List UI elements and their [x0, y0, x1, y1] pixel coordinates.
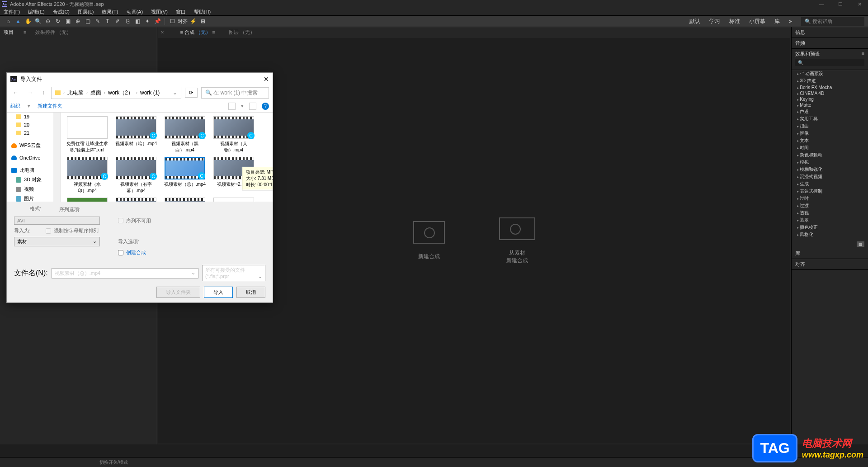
preset-item[interactable]: 遮罩 — [795, 217, 864, 224]
nav-forward-button[interactable]: → — [25, 89, 36, 97]
roto-tool[interactable]: ✦ — [143, 17, 152, 26]
pen-tool[interactable]: ✎ — [93, 17, 102, 26]
preset-item[interactable]: Matte — [795, 102, 864, 108]
force-alpha-checkbox[interactable]: 强制按字母顺序排列 — [46, 227, 99, 234]
sidebar-wps-cloud[interactable]: WPS云盘 — [7, 141, 61, 150]
workspace-library[interactable]: 库 — [774, 18, 780, 25]
preset-item[interactable]: 颜色校正 — [795, 224, 864, 231]
close-button[interactable]: ✕ — [853, 1, 866, 7]
selection-tool[interactable]: ▲ — [14, 17, 23, 26]
snap-toggle[interactable]: ☐ — [168, 17, 177, 26]
preset-item[interactable]: 抠像 — [795, 130, 864, 137]
toggle-switches-label[interactable]: 切换开关/模式 — [0, 458, 227, 467]
file-item[interactable]: 免费住宿 让毕业生求职"轻装上阵".xml — [65, 116, 110, 153]
menu-effect[interactable]: 效果(T) — [102, 9, 118, 15]
workspace-standard[interactable]: 标准 — [729, 18, 740, 25]
effects-controls-tab[interactable]: 效果控件 （无） — [35, 29, 71, 36]
preset-item[interactable]: 声道 — [795, 108, 864, 115]
preset-item[interactable]: 实用工具 — [795, 115, 864, 123]
puppet-tool[interactable]: 📌 — [153, 17, 162, 26]
sidebar-folder-21[interactable]: 21 — [7, 129, 61, 137]
workspace-more[interactable]: » — [789, 18, 792, 24]
preset-item[interactable]: CINEMA 4D — [795, 90, 864, 96]
effects-presets-header[interactable]: 效果和预设 ≡ 🔍 — [792, 49, 868, 70]
hand-tool[interactable]: ✋ — [24, 17, 33, 26]
workspace-learn[interactable]: 学习 — [709, 18, 720, 25]
sidebar-this-pc[interactable]: 此电脑 — [7, 165, 61, 175]
maximize-button[interactable]: ☐ — [834, 1, 847, 7]
anchor-tool[interactable]: ⊕ — [73, 17, 82, 26]
preset-footer-icon[interactable]: ▦ — [857, 241, 864, 247]
workspace-default[interactable]: 默认 — [689, 18, 700, 25]
import-folder-button[interactable]: 导入文件夹 — [156, 287, 200, 298]
clone-tool[interactable]: ⎘ — [123, 17, 132, 26]
layer-tab[interactable]: 图层 （无） — [229, 29, 255, 36]
file-item-selected[interactable]: C视频素材（总）.mp4 — [162, 157, 208, 194]
file-item[interactable]: C视频素材（水印）.mp4 — [65, 157, 110, 194]
refresh-button[interactable]: ⟳ — [185, 88, 198, 98]
brush-tool[interactable]: ✐ — [113, 17, 122, 26]
preset-search-input[interactable]: 🔍 — [795, 59, 864, 66]
preset-item[interactable]: 杂色和颗粒 — [795, 151, 864, 159]
file-item[interactable]: C视频素材（黑白）.mp4 — [162, 116, 208, 153]
preset-item[interactable]: 透视 — [795, 209, 864, 217]
orbit-tool[interactable]: ⊙ — [43, 17, 52, 26]
sidebar-scrollbar[interactable] — [53, 113, 61, 202]
snap-icon[interactable]: ⚡ — [189, 17, 198, 26]
sidebar-folder-19[interactable]: 19 — [7, 113, 61, 121]
sidebar-folder-20[interactable]: 20 — [7, 121, 61, 129]
filename-input[interactable]: 视频素材（总）.mp4 ⌄ — [52, 268, 198, 278]
dialog-close-button[interactable]: ✕ — [264, 75, 269, 83]
minimize-button[interactable]: — — [815, 1, 828, 7]
menu-help[interactable]: 帮助(H) — [194, 9, 211, 15]
menu-file[interactable]: 文件(F) — [4, 9, 20, 15]
preset-item[interactable]: Boris FX Mocha — [795, 85, 864, 90]
format-select[interactable]: AVI — [14, 217, 100, 225]
sidebar-3d-objects[interactable]: 3D 对象 — [7, 175, 61, 184]
create-comp-checkbox[interactable]: 创建合成 — [118, 249, 146, 256]
file-item[interactable]: C视频素材（有字幕）.mp4 — [113, 157, 159, 194]
close-tab-icon[interactable]: × — [161, 29, 164, 35]
breadcrumb[interactable]: › 此电脑 › 桌面 › work（2） › work (1) ⌄ — [51, 87, 181, 99]
sidebar-pictures[interactable]: 图片 — [7, 194, 61, 202]
preset-item[interactable]: 过时 — [795, 195, 864, 202]
preview-pane-button[interactable] — [249, 103, 256, 110]
menu-composition[interactable]: 合成(C) — [53, 9, 70, 15]
audio-panel-header[interactable]: 音频 — [792, 38, 868, 49]
breadcrumb-item[interactable]: work（2） — [108, 89, 133, 97]
help-icon[interactable]: ? — [262, 103, 269, 110]
new-from-footage-button[interactable]: 从素材 新建合成 — [499, 217, 535, 264]
preset-item[interactable]: 时间 — [795, 144, 864, 151]
preset-item[interactable]: Keying — [795, 96, 864, 102]
camera-tool[interactable]: ▣ — [63, 17, 72, 26]
preset-item[interactable]: 扭曲 — [795, 123, 864, 130]
sidebar-videos[interactable]: 视频 — [7, 184, 61, 194]
help-search[interactable]: 🔍 搜索帮助 — [801, 17, 864, 26]
composition-tab[interactable]: ■ 合成 （无） ≡ — [180, 29, 215, 36]
preset-item[interactable]: 模糊和锐化 — [795, 166, 864, 173]
preset-item[interactable]: 过渡 — [795, 202, 864, 209]
zoom-tool[interactable]: 🔍 — [33, 17, 42, 26]
panel-menu-icon[interactable]: ≡ — [24, 29, 26, 35]
new-composition-button[interactable]: 新建合成 — [413, 221, 445, 260]
breadcrumb-item[interactable]: 此电脑 — [67, 89, 84, 97]
home-tool[interactable]: ⌂ — [4, 17, 13, 26]
file-item[interactable]: 视频素材2.mp4 — [65, 198, 110, 202]
rotate-tool[interactable]: ↻ — [53, 17, 62, 26]
shape-tool[interactable]: ▢ — [83, 17, 92, 26]
file-item[interactable]: 图片1.jpg — [211, 198, 256, 202]
menu-edit[interactable]: 编辑(E) — [28, 9, 45, 15]
grid-icon[interactable]: ⊞ — [198, 17, 208, 26]
sequence-unavailable-checkbox[interactable]: 序列不可用 — [118, 217, 151, 224]
preset-item[interactable]: 模拟 — [795, 159, 864, 166]
file-item[interactable]: C视频素材（暗）.mp4 — [113, 116, 159, 153]
library-panel-header[interactable]: 库 — [792, 248, 868, 259]
import-button[interactable]: 导入 — [204, 287, 233, 298]
cancel-button[interactable]: 取消 — [236, 287, 265, 298]
preset-item[interactable]: 风格化 — [795, 231, 864, 238]
eraser-tool[interactable]: ◧ — [133, 17, 142, 26]
preset-item[interactable]: 3D 声道 — [795, 77, 864, 85]
view-mode-button[interactable] — [228, 103, 236, 110]
preset-item[interactable]: 沉浸式视频 — [795, 173, 864, 180]
new-folder-button[interactable]: 新建文件夹 — [38, 103, 62, 109]
